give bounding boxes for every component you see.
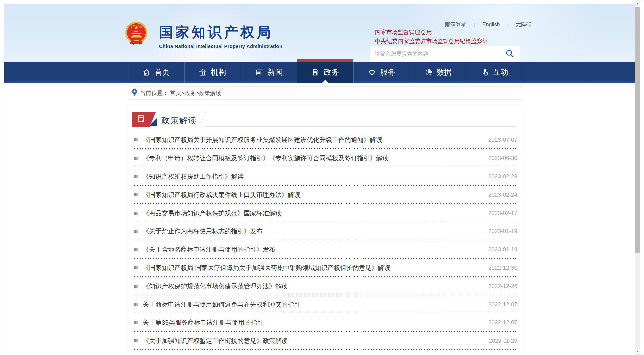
- list-item-date: 2023-02-24: [488, 192, 517, 198]
- list-item[interactable]: 《国家知识产权局 国家医疗保障局关于加强医药集中采购领域知识产权保护的意见》解读…: [133, 259, 517, 277]
- list-item[interactable]: 《知识产权维权援助工作指引》解读 2023-02-28: [133, 167, 517, 186]
- list-item[interactable]: 《关于含地名商标申请注册与使用的指引》发布 2023-01-19: [133, 240, 517, 259]
- list-bullet-icon: [134, 321, 138, 324]
- brand-block[interactable]: 国家知识产权局 China National Intellectual Prop…: [159, 23, 282, 49]
- gov-doc-icon: [312, 68, 320, 76]
- nav-item-机构[interactable]: 机构: [184, 62, 241, 83]
- location-pin-icon: [132, 89, 137, 97]
- nav-item-label: 首页: [154, 67, 170, 77]
- nav-item-服务[interactable]: 服务: [353, 62, 410, 83]
- breadcrumb: 当前位置： 首页>政务>政策解读: [128, 86, 523, 100]
- scroll-up-arrow[interactable]: ▲: [635, 1, 640, 6]
- institution-icon: [199, 68, 207, 76]
- list-item-title[interactable]: 《国家知识产权局行政裁决案件线上口头审理办法》解读: [143, 191, 300, 199]
- list-item-date: 2022-12-30: [488, 265, 517, 271]
- list-item-date: 2022-12-26: [488, 283, 517, 290]
- list-item-title[interactable]: 《国家知识产权局关于开展知识产权服务业集聚发展区建设优化升级工作的通知》解读: [143, 136, 382, 144]
- list-item[interactable]: 《关于禁止作为商标使用标志的指引》发布 2023-01-19: [133, 222, 517, 240]
- list-item[interactable]: 专利产品备案常见问题解答 2022-11-25: [133, 350, 517, 355]
- list-item[interactable]: 关于第35类服务商标申请注册与使用的指引 2022-12-07: [133, 313, 517, 332]
- browser-viewport: 国家知识产权局 China National Intellectual Prop…: [0, 0, 644, 355]
- nav-item-label: 政务: [324, 67, 339, 77]
- list-item[interactable]: 《专利（申请）权转让合同模板及签订指引》《专利实施许可合同模板及签订指引》解读 …: [133, 149, 517, 167]
- list-item-title[interactable]: 《商品交易市场知识产权保护规范》国家标准解读: [143, 209, 282, 218]
- list-item-date: 2023-01-19: [488, 228, 517, 235]
- section-title: 政策解读: [161, 115, 197, 126]
- list-item-title[interactable]: 《关于含地名商标申请注册与使用的指引》发布: [143, 245, 275, 254]
- home-icon: [142, 68, 150, 76]
- list-item-title[interactable]: 关于商标申请注册与使用如何避免与在先权利冲突的指引: [143, 300, 300, 309]
- list-item[interactable]: 关于商标申请注册与使用如何避免与在先权利冲突的指引 2022-12-07: [133, 295, 517, 313]
- data-pie-icon: [425, 68, 433, 76]
- top-link-separator: |: [507, 22, 508, 27]
- top-link[interactable]: English: [482, 22, 500, 28]
- list-item-date: 2023-06-30: [488, 155, 517, 162]
- list-bullet-icon: [134, 230, 138, 233]
- nav-item-互动[interactable]: 互动: [466, 62, 523, 83]
- list-bullet-icon: [134, 138, 138, 141]
- list-bullet-icon: [134, 248, 138, 251]
- related-link-discipline[interactable]: 中央纪委国家监委驻市场监管总局纪检监察组: [375, 37, 488, 45]
- list-bullet-icon: [134, 157, 138, 160]
- section-header: 政策解读: [128, 106, 523, 131]
- policy-list: 《国家知识产权局关于开展知识产权服务业集聚发展区建设优化升级工作的通知》解读 2…: [128, 131, 523, 355]
- top-link[interactable]: 邮箱登录: [445, 21, 466, 28]
- list-bullet-icon: [134, 193, 138, 196]
- list-item-title[interactable]: 《关于禁止作为商标使用标志的指引》发布: [143, 227, 263, 236]
- list-item-date: 2023-01-19: [488, 246, 517, 253]
- nav-item-label: 新闻: [267, 67, 282, 77]
- top-link[interactable]: 无障碍: [516, 21, 531, 28]
- main-navigation: 首页机构新闻政务服务数据互动: [4, 62, 635, 83]
- top-utility-links: 邮箱登录|English|无障碍: [445, 21, 531, 28]
- vertical-scrollbar[interactable]: ▲ ▼: [635, 0, 640, 355]
- nav-item-label: 互动: [493, 67, 508, 77]
- scroll-down-arrow[interactable]: ▼: [635, 349, 640, 354]
- search-input[interactable]: [370, 46, 499, 62]
- document-icon: [137, 114, 145, 124]
- list-item-title[interactable]: 《专利（申请）权转让合同模板及签订指引》《专利实施许可合同模板及签订指引》解读: [143, 154, 389, 163]
- search-button[interactable]: [499, 46, 520, 62]
- list-bullet-icon: [134, 266, 138, 269]
- section-divider: [204, 126, 517, 127]
- list-bullet-icon: [134, 285, 138, 288]
- banner-slant-edge: [201, 112, 205, 127]
- list-item[interactable]: 《国家知识产权局关于开展知识产权服务业集聚发展区建设优化升级工作的通知》解读 2…: [133, 131, 517, 149]
- national-emblem-logo: [124, 20, 148, 47]
- scrollbar-thumb[interactable]: [635, 7, 640, 253]
- nav-item-新闻[interactable]: 新闻: [241, 62, 297, 83]
- news-icon: [255, 68, 263, 76]
- related-link-samr[interactable]: 国家市场监督管理总局: [375, 28, 488, 37]
- list-item-title[interactable]: 《知识产权维权援助工作指引》解读: [143, 172, 244, 181]
- list-bullet-icon: [134, 175, 138, 178]
- nav-items: 首页机构新闻政务服务数据互动: [128, 62, 523, 83]
- list-item-date: 2022-12-07: [488, 301, 517, 308]
- nav-item-政务[interactable]: 政务: [297, 62, 354, 83]
- list-item[interactable]: 《关于加强知识产权鉴定工作衔接的意见》政策解读 2022-11-29: [133, 332, 517, 350]
- list-bullet-icon: [134, 339, 138, 342]
- list-item-title[interactable]: 《关于加强知识产权鉴定工作衔接的意见》政策解读: [143, 337, 288, 345]
- service-icon: [368, 68, 376, 76]
- nav-item-label: 机构: [211, 67, 226, 77]
- list-item[interactable]: 《国家知识产权局行政裁决案件线上口头审理办法》解读 2023-02-24: [133, 186, 517, 204]
- search-icon: [505, 49, 514, 59]
- list-bullet-icon: [134, 212, 138, 215]
- list-item[interactable]: 《商品交易市场知识产权保护规范》国家标准解读 2023-02-17: [133, 204, 517, 222]
- breadcrumb-trail[interactable]: 当前位置： 首页>政务>政策解读: [140, 89, 222, 97]
- list-item[interactable]: 《知识产权保护规范化市场创建示范管理办法》解读 2022-12-26: [133, 277, 517, 295]
- list-item-date: 2023-02-28: [488, 173, 517, 180]
- site-title: 国家知识产权局: [159, 23, 282, 42]
- list-item-date: 2022-11-29: [489, 338, 517, 344]
- nav-item-label: 服务: [380, 67, 395, 77]
- search-box: [370, 46, 520, 62]
- nav-item-首页[interactable]: 首页: [128, 62, 184, 83]
- related-agency-links: 国家市场监督管理总局 中央纪委国家监委驻市场监管总局纪检监察组: [375, 28, 488, 45]
- list-item-date: 2023-02-17: [488, 210, 517, 217]
- list-bullet-icon: [134, 303, 138, 306]
- top-link-separator: |: [474, 22, 475, 27]
- nav-item-数据[interactable]: 数据: [410, 62, 466, 83]
- list-item-title[interactable]: 《国家知识产权局 国家医疗保障局关于加强医药集中采购领域知识产权保护的意见》解读: [143, 264, 390, 272]
- list-item-title[interactable]: 《知识产权保护规范化市场创建示范管理办法》解读: [143, 282, 288, 291]
- interact-hand-icon: [481, 68, 489, 76]
- site-header: 国家知识产权局 China National Intellectual Prop…: [4, 4, 635, 62]
- list-item-title[interactable]: 关于第35类服务商标申请注册与使用的指引: [143, 318, 263, 327]
